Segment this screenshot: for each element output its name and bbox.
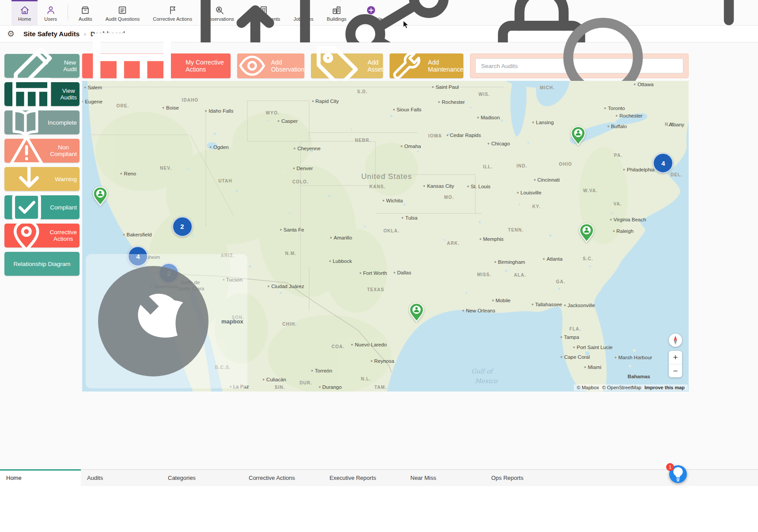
bottom-nav: HomeAuditsCategoriesCorrective ActionsEx… bbox=[0, 469, 758, 486]
toolbar-divider bbox=[68, 4, 68, 21]
toolbar-item-home[interactable]: Home bbox=[11, 0, 38, 25]
audit-questions-icon bbox=[117, 5, 127, 15]
bottom-tab-home[interactable]: Home bbox=[0, 470, 81, 486]
map-compass-button[interactable] bbox=[669, 334, 682, 347]
compass-icon bbox=[669, 334, 682, 347]
notification-badge: 1 bbox=[666, 463, 674, 471]
audit-location-pin[interactable] bbox=[579, 223, 594, 243]
settings-gear-icon[interactable]: ⚙ bbox=[7, 30, 15, 38]
bottom-tab-executive-reports[interactable]: Executive Reports bbox=[323, 470, 404, 486]
observe-icon bbox=[237, 51, 267, 81]
map-zoom-controls: + − bbox=[669, 351, 682, 377]
mapbox-logo-icon bbox=[87, 255, 220, 388]
audit-location-pin[interactable] bbox=[571, 126, 586, 145]
home-icon bbox=[20, 5, 30, 15]
add-asset-button[interactable]: Add Asset bbox=[311, 53, 383, 78]
sidebar-button-label: Corrective Actions bbox=[49, 229, 77, 242]
bottom-tab-near-miss[interactable]: Near Miss bbox=[404, 470, 485, 486]
bottom-tab-categories[interactable]: Categories bbox=[162, 470, 243, 486]
sidebar-button-warning[interactable]: Warning bbox=[4, 167, 80, 191]
main-content: New AuditView AuditsIncompleteNon Compli… bbox=[0, 42, 758, 469]
wrench-icon bbox=[390, 49, 424, 83]
map-attribution: © Mapbox © OpenStreetMap Improve this ma… bbox=[574, 384, 688, 391]
sidebar-button-compliant[interactable]: Compliant bbox=[4, 195, 80, 219]
add-maintenance-button[interactable]: Add Maintenance bbox=[390, 53, 463, 78]
sidebar-button-label: Incomplete bbox=[48, 119, 77, 126]
action-button-label: Add Maintenance bbox=[428, 59, 463, 73]
map[interactable]: ORE.IDAHOWYO.S.D.WIS.MICH.NEBR.IOWAILL.I… bbox=[82, 81, 689, 391]
help-fab-button[interactable]: 1 bbox=[669, 465, 687, 483]
pin-icon bbox=[7, 216, 45, 255]
sidebar-button-corrective-actions[interactable]: Corrective Actions bbox=[4, 224, 80, 247]
sidebar-button-relationship-diagram[interactable]: Relationship Diagram bbox=[4, 252, 80, 276]
breadcrumb-root[interactable]: Site Safety Audits bbox=[23, 30, 80, 38]
sidebar-button-label: Compliant bbox=[50, 204, 77, 211]
zoom-in-button[interactable]: + bbox=[669, 351, 682, 364]
quick-actions-row: My Corrective ActionsAdd ObservationAdd … bbox=[82, 53, 689, 78]
audits-icon bbox=[80, 5, 90, 15]
sidebar-button-label: View Audits bbox=[60, 87, 77, 101]
sidebar-button-incomplete[interactable]: Incomplete bbox=[4, 110, 80, 134]
sidebar-button-label: New Audit bbox=[63, 59, 77, 72]
action-button-label: Add Observation bbox=[271, 59, 304, 73]
action-button-label: Add Asset bbox=[368, 59, 383, 73]
toolbar-item-label: Home bbox=[18, 16, 31, 22]
sidebar: New AuditView AuditsIncompleteNon Compli… bbox=[4, 54, 80, 276]
my-corrective-actions-button[interactable]: My Corrective Actions bbox=[82, 53, 231, 78]
sidebar-button-label: Relationship Diagram bbox=[13, 261, 70, 267]
attribution-mapbox[interactable]: © Mapbox bbox=[577, 385, 599, 390]
bottom-tab-corrective-actions[interactable]: Corrective Actions bbox=[243, 470, 323, 486]
improve-map-link[interactable]: Improve this map bbox=[644, 385, 685, 390]
audit-location-pin[interactable] bbox=[93, 186, 108, 206]
action-button-label: My Corrective Actions bbox=[186, 59, 231, 73]
attribution-osm[interactable]: © OpenStreetMap bbox=[602, 385, 641, 390]
audit-cluster-marker[interactable]: 4 bbox=[653, 153, 673, 173]
bottom-tab-ops-reports[interactable]: Ops Reports bbox=[485, 470, 566, 486]
users-icon bbox=[46, 5, 56, 15]
sidebar-button-label: Warning bbox=[55, 176, 77, 182]
audit-cluster-marker[interactable]: 2 bbox=[172, 217, 193, 237]
search-audits-box bbox=[470, 53, 689, 78]
zoom-out-button[interactable]: − bbox=[669, 364, 682, 377]
sidebar-button-label: Non Compliant bbox=[50, 144, 77, 157]
toolbar-item-label: Users bbox=[44, 16, 57, 22]
sidebar-button-view-audits[interactable]: View Audits bbox=[4, 82, 80, 106]
mapbox-logo[interactable]: mapbox bbox=[86, 254, 247, 388]
add-observation-button[interactable]: Add Observation bbox=[237, 53, 304, 78]
audit-location-pin[interactable] bbox=[409, 303, 424, 322]
mapbox-logo-text: mapbox bbox=[221, 318, 243, 325]
bottom-tab-audits[interactable]: Audits bbox=[81, 470, 162, 486]
corrective-actions-icon bbox=[168, 5, 178, 15]
toolbar-item-users[interactable]: Users bbox=[38, 0, 64, 25]
